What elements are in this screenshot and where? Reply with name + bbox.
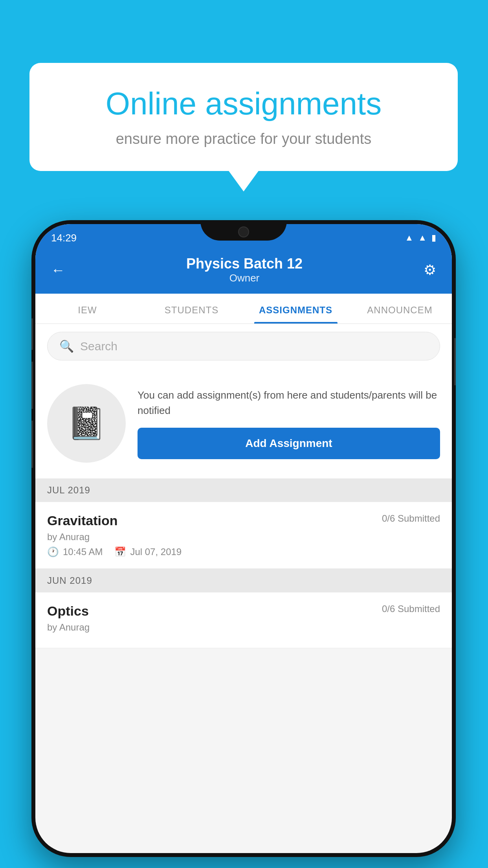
assignment-by: by Anurag bbox=[47, 531, 440, 542]
assignment-name: Gravitation bbox=[47, 513, 117, 528]
tab-announcements[interactable]: ANNOUNCEM bbox=[348, 294, 452, 324]
status-time: 14:29 bbox=[51, 232, 77, 244]
app-header: ← Physics Batch 12 Owner ⚙ bbox=[35, 248, 452, 294]
section-jun-2019: JUN 2019 bbox=[35, 569, 452, 592]
phone-frame: 14:29 ▲ ▲ ▮ ← Physics Batch 12 Owner ⚙ bbox=[31, 220, 456, 857]
phone-notch bbox=[200, 220, 287, 241]
back-button[interactable]: ← bbox=[51, 262, 65, 278]
header-subtitle: Owner bbox=[186, 272, 303, 284]
assignment-optics-submitted: 0/6 Submitted bbox=[382, 603, 440, 614]
assignment-optics-by: by Anurag bbox=[47, 622, 440, 633]
assignment-date: 📅 Jul 07, 2019 bbox=[114, 546, 182, 557]
section-jul-2019: JUL 2019 bbox=[35, 478, 452, 502]
search-icon: 🔍 bbox=[59, 339, 74, 353]
bubble-title: Online assignments bbox=[61, 86, 426, 121]
promo-area: 📓 You can add assignment(s) from here an… bbox=[35, 368, 452, 478]
assignment-gravitation[interactable]: Gravitation 0/6 Submitted by Anurag 🕐 10… bbox=[35, 502, 452, 569]
promo-description: You can add assignment(s) from here and … bbox=[138, 388, 440, 418]
tabs-bar: IEW STUDENTS ASSIGNMENTS ANNOUNCEM bbox=[35, 294, 452, 324]
header-center: Physics Batch 12 Owner bbox=[186, 256, 303, 284]
search-bar[interactable]: 🔍 Search bbox=[47, 332, 440, 360]
clock-icon: 🕐 bbox=[47, 546, 59, 557]
speech-bubble-container: Online assignments ensure more practice … bbox=[29, 63, 458, 171]
tab-assignments[interactable]: ASSIGNMENTS bbox=[244, 294, 348, 324]
settings-button[interactable]: ⚙ bbox=[424, 262, 436, 278]
speech-bubble: Online assignments ensure more practice … bbox=[29, 63, 458, 171]
battery-icon: ▮ bbox=[431, 233, 436, 243]
assignment-row-top: Gravitation 0/6 Submitted bbox=[47, 513, 440, 528]
calendar-icon: 📅 bbox=[114, 546, 126, 557]
phone-wrapper: 14:29 ▲ ▲ ▮ ← Physics Batch 12 Owner ⚙ bbox=[31, 220, 456, 857]
tab-students[interactable]: STUDENTS bbox=[139, 294, 244, 324]
assignment-submitted: 0/6 Submitted bbox=[382, 513, 440, 524]
assignment-optics-row-top: Optics 0/6 Submitted bbox=[47, 603, 440, 619]
wifi-icon: ▲ bbox=[405, 233, 413, 243]
search-placeholder: Search bbox=[80, 340, 117, 353]
power-button bbox=[454, 338, 456, 385]
promo-content: You can add assignment(s) from here and … bbox=[138, 388, 440, 459]
assignment-time: 🕐 10:45 AM bbox=[47, 546, 103, 557]
signal-icon: ▲ bbox=[418, 233, 427, 243]
status-icons: ▲ ▲ ▮ bbox=[405, 233, 436, 243]
promo-icon-circle: 📓 bbox=[47, 384, 126, 463]
assignment-optics-name: Optics bbox=[47, 603, 89, 619]
bubble-subtitle: ensure more practice for your students bbox=[61, 131, 426, 147]
header-title: Physics Batch 12 bbox=[186, 256, 303, 272]
notebook-icon: 📓 bbox=[67, 405, 106, 442]
phone-camera bbox=[238, 226, 249, 237]
volume-up-button bbox=[31, 362, 33, 409]
tab-iew[interactable]: IEW bbox=[35, 294, 139, 324]
search-bar-container: 🔍 Search bbox=[35, 324, 452, 368]
volume-down-button bbox=[31, 421, 33, 468]
assignment-optics[interactable]: Optics 0/6 Submitted by Anurag bbox=[35, 592, 452, 648]
assignment-meta: 🕐 10:45 AM 📅 Jul 07, 2019 bbox=[47, 546, 440, 557]
volume-mute-button bbox=[31, 318, 33, 350]
add-assignment-button[interactable]: Add Assignment bbox=[138, 428, 440, 459]
phone-screen: 14:29 ▲ ▲ ▮ ← Physics Batch 12 Owner ⚙ bbox=[35, 224, 452, 853]
